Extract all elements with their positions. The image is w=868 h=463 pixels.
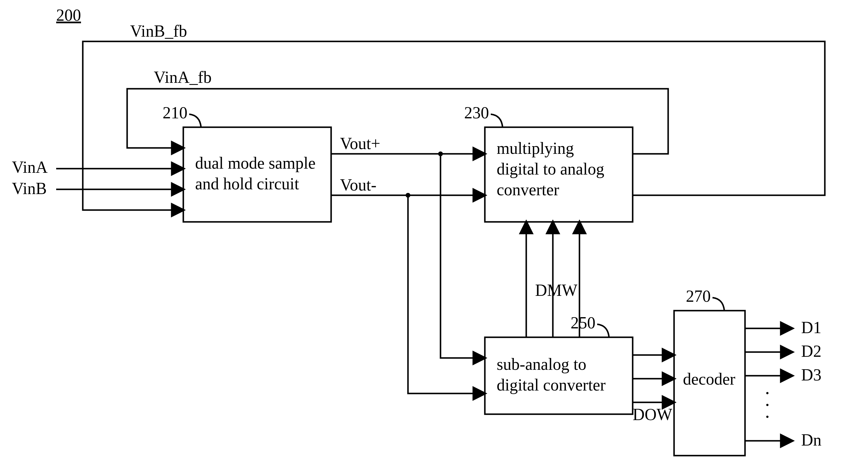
decoder-outputs: D1 D2 D3 • • • Dn — [745, 318, 821, 449]
ellipsis-icon: • — [766, 411, 769, 422]
figure-ref: 200 — [56, 6, 81, 24]
block-250-line2: digital converter — [497, 376, 606, 394]
wire-voutminus: Vout- — [331, 176, 485, 198]
vinb-label: VinB — [12, 179, 47, 198]
dn-label: Dn — [801, 431, 821, 449]
wire-voutplus: Vout+ — [331, 134, 485, 156]
wires-dow: DOW — [633, 355, 674, 424]
dow-label: DOW — [633, 405, 672, 424]
block-210-line1: dual mode sample — [195, 154, 315, 172]
dmw-label: DMW — [535, 281, 578, 299]
block-210-ref: 210 — [163, 104, 187, 122]
input-vinb: VinB — [12, 179, 183, 198]
block-250: sub-analog to digital converter 250 — [485, 314, 633, 414]
wire-voutminus-to-250 — [408, 195, 485, 394]
block-270: decoder 270 — [674, 287, 745, 456]
wire-voutplus-to-250 — [440, 154, 485, 358]
block-230-line1: multiplying — [497, 139, 574, 157]
ellipsis-icon: • — [766, 388, 769, 399]
block-250-ref: 250 — [570, 314, 595, 332]
block-250-line1: sub-analog to — [497, 355, 586, 373]
block-230-line2: digital to analog — [497, 160, 604, 178]
block-210: dual mode sample and hold circuit 210 — [163, 104, 331, 222]
voutplus-label: Vout+ — [340, 134, 380, 153]
vina-fb-label: VinA_fb — [154, 68, 212, 86]
block-210-line2: and hold circuit — [195, 175, 299, 193]
d1-label: D1 — [801, 318, 821, 337]
block-diagram: 200 dual mode sample and hold circuit 21… — [0, 0, 868, 463]
vinb-fb-label: VinB_fb — [130, 22, 187, 40]
voutminus-label: Vout- — [340, 176, 376, 194]
block-230-ref: 230 — [464, 104, 489, 122]
d2-label: D2 — [801, 342, 821, 360]
vina-label: VinA — [12, 158, 48, 176]
input-vina: VinA — [12, 158, 183, 176]
d3-label: D3 — [801, 366, 821, 384]
block-270-ref: 270 — [686, 287, 711, 305]
ellipsis-icon: • — [766, 400, 769, 410]
block-230: multiplying digital to analog converter … — [464, 104, 633, 222]
block-270-text: decoder — [683, 370, 736, 388]
block-230-line3: converter — [497, 180, 559, 199]
